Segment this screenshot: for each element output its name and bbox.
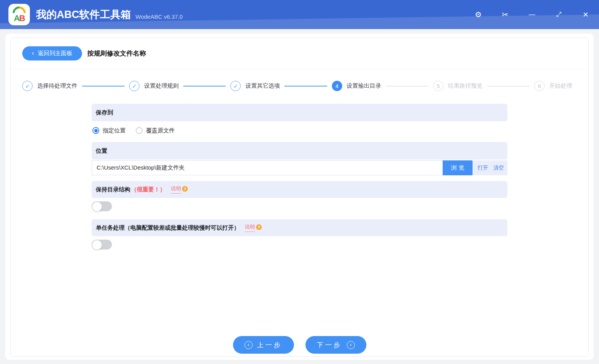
previous-step-button[interactable]: ‹ 上一步 [233,336,294,354]
panel-header: ‹ 返回到主面板 按规则修改文件名称 [11,38,588,69]
step-output-directory[interactable]: 4 设置输出目录 [332,81,386,91]
circle-right-arrow-icon: › [347,341,355,349]
step-label: 设置输出目录 [347,82,381,90]
wizard-stepper: ✓ 选择待处理文件 ✓ 设置处理规则 ✓ 设置其它选项 4 设置输出目录 5 结… [11,81,588,91]
window-controls: ⚙ ✂ — ⤢ × [465,0,599,29]
back-to-main-button[interactable]: ‹ 返回到主面板 [22,46,82,60]
location-section-header: 位置 [92,142,507,160]
step-number: 6 [534,81,545,91]
step-other-options[interactable]: ✓ 设置其它选项 [230,81,284,91]
single-task-help-link[interactable]: 说明 ? [245,224,262,232]
help-label: 说明 [245,224,255,232]
location-title: 位置 [96,147,107,155]
logo-letters: AB [8,13,30,23]
save-to-title: 保存到 [96,109,113,116]
settings-gear-icon[interactable]: ⚙ [465,0,492,29]
main-card: ‹ 返回到主面板 按规则修改文件名称 ✓ 选择待处理文件 ✓ 设置处理规则 ✓ … [5,34,594,360]
single-task-section-header: 单任务处理（电脑配置较差或批量处理较慢时可以打开） 说明 ? [92,219,507,236]
radio-label: 指定位置 [103,127,126,134]
step-label: 结果路径预览 [448,82,482,90]
radio-selected-icon [92,127,99,134]
radio-unselected-icon [136,127,143,134]
browse-button[interactable]: 浏览 [443,160,473,175]
check-icon: ✓ [129,81,139,91]
wizard-panel: ‹ 返回到主面板 按规则修改文件名称 ✓ 选择待处理文件 ✓ 设置处理规则 ✓ … [10,38,589,357]
clear-path-link[interactable]: 清空 [493,165,504,171]
step-label: 设置其它选项 [245,82,280,90]
step-set-rules[interactable]: ✓ 设置处理规则 [129,81,183,91]
step-label: 设置处理规则 [144,82,179,90]
keep-structure-toggle[interactable] [92,201,112,211]
save-to-options: 指定位置 覆盖原文件 [92,124,507,137]
step-number: 5 [433,81,443,91]
keep-structure-title: 保持目录结构 [96,186,130,193]
output-path-row: 浏览 打开 清空 [92,160,507,175]
save-to-section-header: 保存到 [92,104,507,121]
radio-specified-location[interactable]: 指定位置 [92,127,126,134]
app-title: 我的ABC软件工具箱 [36,8,131,21]
chevron-left-icon: ‹ [32,50,34,56]
titlebar: AB 我的ABC软件工具箱 WodeABC v6.37.0 ⚙ ✂ — ⤢ × [0,0,599,29]
step-connector [487,86,530,87]
question-mark-icon: ? [182,186,188,192]
step-connector [386,86,428,87]
single-task-toggle[interactable] [92,240,112,250]
question-mark-icon: ? [256,224,262,230]
app-logo-icon: AB [8,4,30,25]
circle-left-arrow-icon: ‹ [245,341,253,349]
check-icon: ✓ [230,81,241,91]
step-content: 保存到 指定位置 覆盖原文件 位置 浏览 打开 [11,104,588,354]
page-title: 按规则修改文件名称 [87,49,146,58]
scissors-icon[interactable]: ✂ [492,0,519,29]
help-label: 说明 [171,185,181,194]
step-select-files[interactable]: ✓ 选择待处理文件 [22,81,82,91]
app-version: WodeABC v6.37.0 [136,13,183,20]
back-button-label: 返回到主面板 [38,50,72,57]
step-result-preview[interactable]: 5 结果路径预览 [433,81,487,91]
step-label: 开始处理 [549,82,572,90]
step-connector [82,86,125,87]
step-start-processing[interactable]: 6 开始处理 [534,81,577,91]
important-note: （很重要！） [131,186,166,193]
radio-overwrite-original[interactable]: 覆盖原文件 [136,127,175,134]
output-path-input[interactable] [92,160,443,175]
step-connector [284,86,327,87]
single-task-title: 单任务处理（电脑配置较差或批量处理较慢时可以打开） [96,224,240,232]
check-icon: ✓ [22,81,33,91]
close-icon[interactable]: × [572,0,599,29]
keep-structure-help-link[interactable]: 说明 ? [171,185,188,194]
wizard-footer: ‹ 上一步 下一步 › [92,336,507,354]
step-connector [183,86,226,87]
step-number: 4 [332,81,342,91]
next-step-label: 下一步 [317,341,342,349]
next-step-button[interactable]: 下一步 › [305,336,366,354]
keep-structure-section-header: 保持目录结构 （很重要！） 说明 ? [92,181,507,198]
open-folder-link[interactable]: 打开 [478,165,488,171]
previous-step-label: 上一步 [257,341,282,349]
maximize-icon[interactable]: ⤢ [545,0,572,29]
step-label: 选择待处理文件 [37,82,77,90]
radio-label: 覆盖原文件 [146,127,175,134]
path-link-group: 打开 清空 [473,160,507,175]
minimize-icon[interactable]: — [519,0,545,29]
